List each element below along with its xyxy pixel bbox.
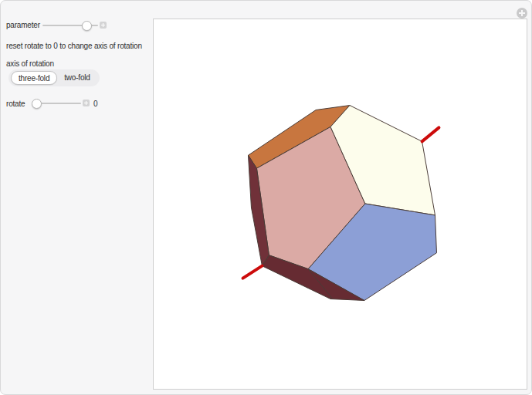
rotate-expand-plus-icon[interactable] xyxy=(83,100,90,106)
demonstration-window: parameter reset rotate to 0 to change ax… xyxy=(0,0,532,395)
corner-plus-icon[interactable] xyxy=(517,8,527,19)
rotate-slider[interactable] xyxy=(34,103,81,104)
parameter-slider[interactable] xyxy=(42,25,98,26)
axis-of-rotation-label: axis of rotation xyxy=(6,59,54,68)
rotation-axis-line xyxy=(422,127,439,141)
rotate-value: 0 xyxy=(93,100,97,108)
rotation-axis-line xyxy=(243,266,263,279)
rotate-slider-thumb[interactable] xyxy=(32,99,42,109)
axis-option-three-fold[interactable]: three-fold xyxy=(11,71,57,85)
axis-option-two-fold[interactable]: two-fold xyxy=(57,71,97,85)
graphic-panel[interactable] xyxy=(153,19,527,390)
polyhedron-svg[interactable] xyxy=(154,19,527,389)
rotate-label: rotate xyxy=(6,100,25,108)
parameter-slider-thumb[interactable] xyxy=(82,21,92,31)
parameter-label: parameter xyxy=(6,21,40,29)
axis-of-rotation-setter: three-fold two-fold xyxy=(8,69,100,86)
reset-note-text: reset rotate to 0 to change axis of rota… xyxy=(6,42,142,50)
parameter-expand-plus-icon[interactable] xyxy=(100,22,107,29)
